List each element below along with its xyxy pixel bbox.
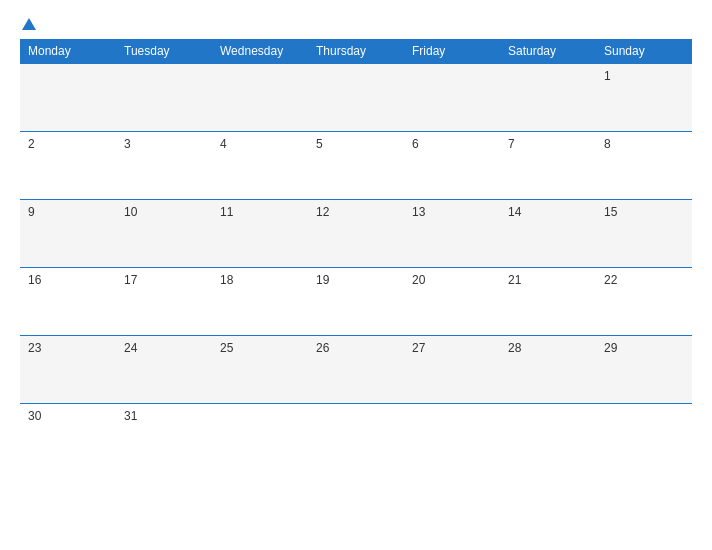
weekday-header-sunday: Sunday — [596, 39, 692, 64]
day-cell: 18 — [212, 268, 308, 336]
day-number: 11 — [220, 205, 233, 219]
weekday-header-saturday: Saturday — [500, 39, 596, 64]
day-number: 10 — [124, 205, 137, 219]
weekday-header-row: MondayTuesdayWednesdayThursdayFridaySatu… — [20, 39, 692, 64]
day-number: 19 — [316, 273, 329, 287]
day-cell — [212, 404, 308, 472]
weekday-header-monday: Monday — [20, 39, 116, 64]
day-cell: 30 — [20, 404, 116, 472]
day-cell: 11 — [212, 200, 308, 268]
day-number: 8 — [604, 137, 611, 151]
day-number: 17 — [124, 273, 137, 287]
day-cell: 2 — [20, 132, 116, 200]
week-row-4: 16171819202122 — [20, 268, 692, 336]
day-number: 13 — [412, 205, 425, 219]
day-cell: 4 — [212, 132, 308, 200]
calendar-page: MondayTuesdayWednesdayThursdayFridaySatu… — [0, 0, 712, 550]
calendar-table: MondayTuesdayWednesdayThursdayFridaySatu… — [20, 39, 692, 472]
week-row-2: 2345678 — [20, 132, 692, 200]
logo-triangle-icon — [22, 18, 36, 30]
day-number: 21 — [508, 273, 521, 287]
day-number: 16 — [28, 273, 41, 287]
logo-general-text — [20, 18, 36, 29]
day-cell: 17 — [116, 268, 212, 336]
day-number: 23 — [28, 341, 41, 355]
day-number: 28 — [508, 341, 521, 355]
day-cell: 12 — [308, 200, 404, 268]
day-cell: 6 — [404, 132, 500, 200]
day-number: 30 — [28, 409, 41, 423]
day-cell: 25 — [212, 336, 308, 404]
day-number: 6 — [412, 137, 419, 151]
week-row-1: 1 — [20, 64, 692, 132]
day-cell: 9 — [20, 200, 116, 268]
day-cell: 1 — [596, 64, 692, 132]
day-number: 18 — [220, 273, 233, 287]
day-cell — [20, 64, 116, 132]
day-number: 15 — [604, 205, 617, 219]
day-cell: 24 — [116, 336, 212, 404]
day-number: 14 — [508, 205, 521, 219]
weekday-header-tuesday: Tuesday — [116, 39, 212, 64]
week-row-5: 23242526272829 — [20, 336, 692, 404]
day-number: 31 — [124, 409, 137, 423]
day-number: 27 — [412, 341, 425, 355]
week-row-6: 3031 — [20, 404, 692, 472]
day-cell: 15 — [596, 200, 692, 268]
day-number: 3 — [124, 137, 131, 151]
day-cell: 3 — [116, 132, 212, 200]
day-cell: 7 — [500, 132, 596, 200]
day-cell — [500, 404, 596, 472]
day-cell — [404, 64, 500, 132]
day-cell: 27 — [404, 336, 500, 404]
day-cell — [212, 64, 308, 132]
day-number: 25 — [220, 341, 233, 355]
weekday-header-wednesday: Wednesday — [212, 39, 308, 64]
day-cell: 20 — [404, 268, 500, 336]
day-cell: 29 — [596, 336, 692, 404]
day-cell — [404, 404, 500, 472]
day-cell — [116, 64, 212, 132]
day-number: 26 — [316, 341, 329, 355]
logo — [20, 18, 36, 29]
day-number: 20 — [412, 273, 425, 287]
day-cell — [500, 64, 596, 132]
day-cell: 26 — [308, 336, 404, 404]
day-number: 4 — [220, 137, 227, 151]
day-cell: 8 — [596, 132, 692, 200]
day-cell: 23 — [20, 336, 116, 404]
day-number: 7 — [508, 137, 515, 151]
day-cell: 13 — [404, 200, 500, 268]
day-cell: 21 — [500, 268, 596, 336]
week-row-3: 9101112131415 — [20, 200, 692, 268]
day-number: 5 — [316, 137, 323, 151]
day-number: 29 — [604, 341, 617, 355]
country-label — [612, 18, 692, 22]
day-number: 12 — [316, 205, 329, 219]
day-cell — [308, 404, 404, 472]
day-cell: 14 — [500, 200, 596, 268]
day-cell: 10 — [116, 200, 212, 268]
day-number: 24 — [124, 341, 137, 355]
day-number: 1 — [604, 69, 611, 83]
day-number: 9 — [28, 205, 35, 219]
day-cell: 31 — [116, 404, 212, 472]
day-cell — [596, 404, 692, 472]
day-number: 2 — [28, 137, 35, 151]
header — [20, 18, 692, 29]
weekday-header-friday: Friday — [404, 39, 500, 64]
day-cell: 5 — [308, 132, 404, 200]
day-cell: 28 — [500, 336, 596, 404]
day-cell: 19 — [308, 268, 404, 336]
day-number: 22 — [604, 273, 617, 287]
day-cell: 22 — [596, 268, 692, 336]
day-cell: 16 — [20, 268, 116, 336]
weekday-header-thursday: Thursday — [308, 39, 404, 64]
day-cell — [308, 64, 404, 132]
